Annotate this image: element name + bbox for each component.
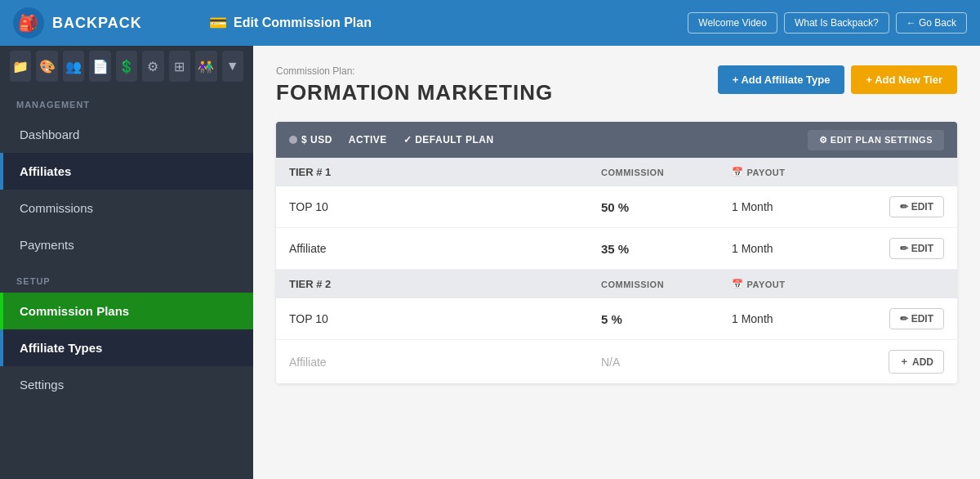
management-section-label: MANAGEMENT [0, 87, 253, 116]
page-title: Edit Commission Plan [234, 16, 372, 30]
tier-2-commission-col: COMMISSION [601, 280, 732, 289]
sidebar-item-payments-label: Payments [20, 238, 74, 252]
tier-1-label: TIER # 1 [289, 166, 601, 178]
top-nav-actions: Welcome Video What Is Backpack? ← Go Bac… [688, 12, 967, 34]
sidebar-item-dashboard[interactable]: Dashboard [0, 116, 253, 153]
sidebar-icon-folder[interactable]: 📁 [10, 51, 31, 82]
tier-1-row-1-action: ✏ EDIT [862, 238, 944, 259]
tier-2-row-1: Affiliate N/A ＋ ADD [276, 340, 957, 383]
sidebar-icon-grid[interactable]: ⊞ [169, 51, 190, 82]
tier-1-payout-col: 📅 PAYOUT [732, 167, 862, 177]
sidebar-item-commission-plans-label: Commission Plans [20, 304, 129, 318]
content-area: Commission Plan: FORMATION MARKETING + A… [253, 46, 980, 479]
sidebar-icon-row: 📁 🎨 👥 📄 💲 ⚙ ⊞ 👫 ▼ [0, 46, 253, 87]
sidebar-icon-gear[interactable]: ⚙ [142, 51, 163, 82]
tier-1-row-0-payout: 1 Month [732, 200, 862, 213]
welcome-video-button[interactable]: Welcome Video [688, 12, 777, 34]
sidebar-icon-users[interactable]: 👥 [63, 51, 84, 82]
tier-2-row-1-action: ＋ ADD [862, 350, 944, 374]
calendar-icon-2: 📅 [732, 279, 744, 289]
calendar-icon: 📅 [732, 167, 744, 177]
what-is-backpack-button[interactable]: What Is Backpack? [784, 12, 889, 34]
sidebar-item-settings[interactable]: Settings [0, 366, 253, 403]
tier-1-row-1-payout: 1 Month [732, 242, 862, 255]
add-affiliate-type-button[interactable]: + Add Affiliate Type [718, 65, 845, 94]
content-title-block: Commission Plan: FORMATION MARKETING [276, 65, 553, 105]
currency-dot [289, 136, 297, 144]
tier-1-row-1-commission: 35 % [601, 242, 732, 256]
header-buttons: + Add Affiliate Type + Add New Tier [718, 65, 957, 94]
sidebar-item-affiliate-types[interactable]: Affiliate Types [0, 329, 253, 366]
tier-2-row-0-commission: 5 % [601, 312, 732, 326]
plan-card: $ USD ACTIVE ✓ DEFAULT PLAN ⚙ EDIT PLAN … [276, 122, 957, 383]
tier-2-row-1-name: Affiliate [289, 356, 601, 369]
content-header: Commission Plan: FORMATION MARKETING + A… [276, 65, 957, 105]
top-nav: 🎒 BACKPACK 💳 Edit Commission Plan Welcom… [0, 0, 980, 46]
sidebar-item-affiliate-types-label: Affiliate Types [20, 341, 102, 355]
app-logo: 🎒 BACKPACK [13, 7, 209, 38]
commission-plan-label: Commission Plan: [276, 65, 553, 77]
sidebar-item-commission-plans[interactable]: Commission Plans [0, 293, 253, 329]
sidebar: 📁 🎨 👥 📄 💲 ⚙ ⊞ 👫 ▼ MANAGEMENT Dashboard A… [0, 46, 253, 479]
edit-plan-settings-button[interactable]: ⚙ EDIT PLAN SETTINGS [808, 130, 944, 150]
tier-2-row-1-add-button[interactable]: ＋ ADD [889, 350, 944, 374]
tier-1-row-1-edit-button[interactable]: ✏ EDIT [889, 238, 944, 259]
tier-1-header-row: TIER # 1 COMMISSION 📅 PAYOUT [276, 158, 957, 186]
setup-section-label: SETUP [0, 263, 253, 293]
tier-2-header-row: TIER # 2 COMMISSION 📅 PAYOUT [276, 270, 957, 298]
status-indicator: ACTIVE [349, 134, 387, 145]
tier-2-row-1-commission: N/A [601, 356, 732, 369]
tier-1-row-0-edit-button[interactable]: ✏ EDIT [889, 196, 944, 217]
plan-card-header: $ USD ACTIVE ✓ DEFAULT PLAN ⚙ EDIT PLAN … [276, 122, 957, 158]
tier-2-row-0-edit-button[interactable]: ✏ EDIT [889, 308, 944, 329]
default-plan-indicator: ✓ DEFAULT PLAN [403, 134, 494, 145]
edit-icon: ✏ [900, 201, 908, 213]
page-title-bar: 💳 Edit Commission Plan [209, 14, 688, 32]
edit-icon-3: ✏ [900, 313, 908, 325]
sidebar-item-dashboard-label: Dashboard [20, 128, 79, 141]
sidebar-icon-group[interactable]: 👫 [195, 51, 216, 82]
sidebar-icon-doc[interactable]: 📄 [89, 51, 110, 82]
page-title-icon: 💳 [209, 14, 227, 32]
sidebar-item-settings-label: Settings [20, 378, 64, 392]
main-layout: 📁 🎨 👥 📄 💲 ⚙ ⊞ 👫 ▼ MANAGEMENT Dashboard A… [0, 46, 980, 479]
tier-2-payout-col: 📅 PAYOUT [732, 279, 862, 289]
tier-1-row-1-name: Affiliate [289, 242, 601, 255]
edit-icon-2: ✏ [900, 243, 908, 254]
tier-1-row-0-action: ✏ EDIT [862, 196, 944, 217]
app-name: BACKPACK [52, 15, 142, 32]
tier-2-row-0-payout: 1 Month [732, 312, 862, 325]
plan-title: FORMATION MARKETING [276, 80, 553, 105]
currency-indicator: $ USD [289, 134, 332, 145]
tier-1-row-0-commission: 50 % [601, 200, 732, 214]
tier-1-row-1: Affiliate 35 % 1 Month ✏ EDIT [276, 228, 957, 270]
sidebar-item-affiliates-label: Affiliates [20, 164, 71, 178]
tier-2-row-0-name: TOP 10 [289, 312, 601, 325]
go-back-button[interactable]: ← Go Back [896, 12, 967, 34]
tier-1-row-0: TOP 10 50 % 1 Month ✏ EDIT [276, 186, 957, 228]
tier-2-row-0-action: ✏ EDIT [862, 308, 944, 329]
tier-1-row-0-name: TOP 10 [289, 200, 601, 213]
sidebar-icon-filter[interactable]: ▼ [222, 51, 243, 82]
plus-icon: ＋ [899, 355, 909, 369]
tier-2-row-0: TOP 10 5 % 1 Month ✏ EDIT [276, 298, 957, 340]
sidebar-item-payments[interactable]: Payments [0, 226, 253, 263]
sidebar-item-commissions-label: Commissions [20, 201, 93, 215]
tier-1-commission-col: COMMISSION [601, 168, 732, 177]
sidebar-icon-dollar[interactable]: 💲 [116, 51, 137, 82]
sidebar-icon-palette[interactable]: 🎨 [36, 51, 57, 82]
sidebar-item-commissions[interactable]: Commissions [0, 190, 253, 226]
sidebar-item-affiliates[interactable]: Affiliates [0, 153, 253, 190]
add-new-tier-button[interactable]: + Add New Tier [851, 65, 957, 94]
logo-icon: 🎒 [13, 7, 44, 38]
tier-2-label: TIER # 2 [289, 278, 601, 290]
